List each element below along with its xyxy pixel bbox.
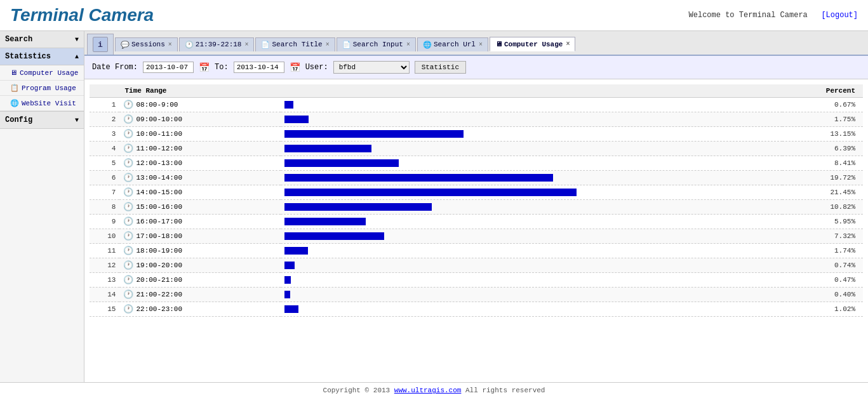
row-time: 🕐 15:00-16:00 [119, 200, 280, 215]
row-time: 🕐 08:00-9:00 [119, 98, 280, 112]
row-time: 🕐 22:00-23:00 [119, 302, 280, 317]
computer-icon: 🖥 [10, 69, 17, 77]
tab-search-url-close[interactable]: × [479, 41, 483, 48]
tab-search-title[interactable]: 📄 Search Title × [255, 37, 335, 51]
config-collapse-icon: ▼ [75, 117, 79, 124]
row-percent: 0.47% [782, 273, 863, 288]
clock-icon: 🕐 [123, 100, 133, 110]
table-row: 9 🕐 16:00-17:00 5.95% [90, 215, 863, 229]
table-row: 15 🕐 22:00-23:00 1.02% [90, 302, 863, 317]
table-row: 13 🕐 20:00-21:00 0.47% [90, 273, 863, 288]
row-percent: 7.32% [782, 229, 863, 244]
row-percent: 5.95% [782, 215, 863, 229]
footer-link[interactable]: www.ultragis.com [394, 387, 462, 394]
row-bar [281, 215, 783, 229]
row-bar [281, 288, 783, 302]
clock-icon: 🕐 [123, 173, 133, 183]
table-row: 2 🕐 09:00-10:00 1.75% [90, 112, 863, 127]
col-bar [281, 84, 783, 98]
sidebar-config-header[interactable]: Config ▼ [0, 111, 84, 129]
sidebar-statistics-header[interactable]: Statistics ▲ [0, 48, 84, 65]
usage-bar [284, 189, 577, 196]
row-time: 🕐 21:00-22:00 [119, 288, 280, 302]
logout-link[interactable]: [Logout] [821, 11, 858, 20]
sidebar-item-program-usage[interactable]: 📋 Program Usage [0, 81, 84, 96]
date-from-input[interactable] [143, 62, 194, 73]
usage-bar [284, 218, 366, 225]
search-title-icon: 📄 [261, 41, 270, 49]
tab-computer-usage[interactable]: 🖥 Computer Usage × [490, 37, 575, 51]
tab-search-input[interactable]: 📄 Search Input × [337, 37, 416, 51]
tab-search-title-close[interactable]: × [326, 41, 330, 48]
row-time: 🕐 19:00-20:00 [119, 258, 280, 273]
sidebar-item-computer-usage[interactable]: 🖥 Computer Usage [0, 65, 84, 81]
sessions-icon: 💬 [121, 41, 130, 49]
row-bar [281, 185, 783, 200]
clock-icon: 🕐 [123, 289, 133, 300]
tab-info[interactable]: i [87, 34, 114, 55]
row-percent: 1.74% [782, 244, 863, 258]
clock-icon: 🕐 [123, 275, 133, 285]
info-icon: i [93, 37, 108, 52]
row-bar [281, 229, 783, 244]
clock-icon: 🕐 [123, 246, 133, 256]
date-from-calendar-button[interactable]: 📅 [199, 62, 210, 72]
time-icon: 🕐 [185, 41, 194, 49]
row-bar [281, 273, 783, 288]
row-bar [281, 244, 783, 258]
user-label: User: [305, 63, 328, 72]
date-to-input[interactable] [234, 62, 284, 73]
search-input-icon: 📄 [342, 41, 351, 49]
tab-sessions[interactable]: 💬 Sessions × [115, 37, 178, 51]
row-number: 10 [90, 229, 119, 244]
tab-sessions-close[interactable]: × [168, 41, 172, 48]
table-row: 14 🕐 21:00-22:00 0.40% [90, 288, 863, 302]
footer: Copyright © 2013 www.ultragis.com All ri… [0, 382, 868, 398]
usage-bar [284, 159, 399, 167]
row-number: 11 [90, 244, 119, 258]
col-time: Time Range [119, 84, 280, 98]
row-percent: 21.45% [782, 185, 863, 200]
clock-icon: 🕐 [123, 202, 133, 212]
row-number: 15 [90, 302, 119, 317]
col-percent: Percent [782, 84, 863, 98]
tab-computer-usage-close[interactable]: × [566, 41, 570, 48]
row-number: 13 [90, 273, 119, 288]
row-percent: 0.74% [782, 258, 863, 273]
row-bar [281, 142, 783, 156]
tab-time-close[interactable]: × [244, 41, 248, 48]
row-number: 12 [90, 258, 119, 273]
row-bar [281, 171, 783, 185]
row-number: 1 [90, 98, 119, 112]
tab-time[interactable]: 🕐 21:39-22:18 × [179, 37, 255, 51]
tab-search-url[interactable]: 🌐 Search Url × [417, 37, 488, 51]
statistic-button[interactable]: Statistic [415, 61, 466, 74]
row-bar [281, 302, 783, 317]
usage-table: Time Range Percent 1 🕐 08:00-9:00 [90, 84, 863, 317]
usage-bar [284, 232, 384, 240]
row-time: 🕐 09:00-10:00 [119, 112, 280, 127]
table-row: 8 🕐 15:00-16:00 10.82% [90, 200, 863, 215]
app-title: Terminal Camera [10, 5, 154, 25]
search-url-icon: 🌐 [423, 41, 432, 49]
usage-bar [284, 145, 371, 152]
clock-icon: 🕐 [123, 304, 133, 314]
clock-icon: 🕐 [123, 231, 133, 241]
date-to-calendar-button[interactable]: 📅 [290, 62, 300, 72]
program-icon: 📋 [10, 84, 19, 92]
clock-icon: 🕐 [123, 129, 133, 139]
row-time: 🕐 16:00-17:00 [119, 215, 280, 229]
tab-search-input-close[interactable]: × [406, 41, 410, 48]
sidebar-item-website-visit[interactable]: 🌐 WebSite Visit [0, 96, 84, 111]
row-percent: 6.39% [782, 142, 863, 156]
table-row: 1 🕐 08:00-9:00 0.67% [90, 98, 863, 112]
tab-bar: i 💬 Sessions × 🕐 21:39-22:18 × 📄 Search … [84, 31, 868, 56]
row-percent: 1.75% [782, 112, 863, 127]
row-number: 4 [90, 142, 119, 156]
sidebar-search-header[interactable]: Search ▼ [0, 31, 84, 48]
col-num [90, 84, 119, 98]
row-percent: 8.41% [782, 156, 863, 171]
user-select[interactable]: bfbd [333, 61, 410, 74]
date-from-label: Date From: [92, 63, 138, 72]
row-percent: 10.82% [782, 200, 863, 215]
